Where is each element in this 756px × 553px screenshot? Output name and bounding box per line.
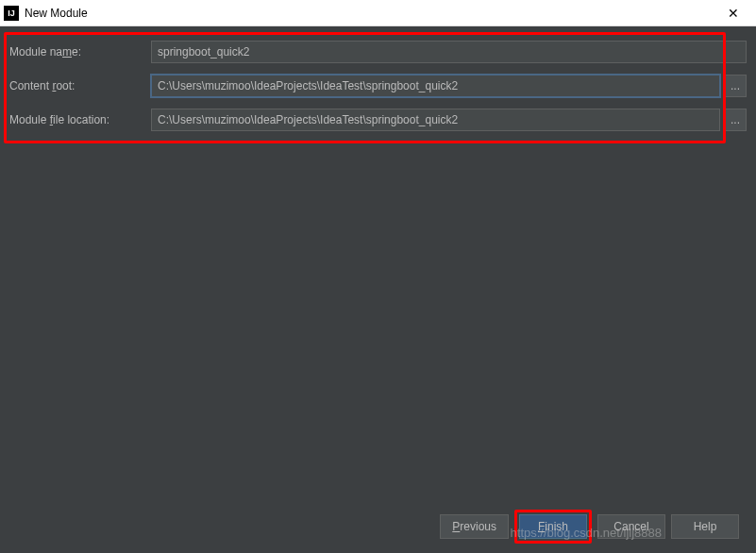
- app-icon: IJ: [4, 6, 19, 21]
- content-root-row: Content root: ...: [9, 74, 747, 98]
- module-file-location-input[interactable]: [151, 109, 720, 131]
- cancel-button[interactable]: Cancel: [597, 514, 665, 539]
- module-file-location-browse-button[interactable]: ...: [724, 109, 747, 131]
- button-bar: Previous Finish Cancel Help: [440, 510, 739, 544]
- finish-highlight: Finish: [514, 510, 592, 544]
- window-title: New Module: [25, 7, 714, 20]
- content-root-input[interactable]: [151, 75, 720, 97]
- module-file-location-label: Module file location:: [9, 113, 151, 126]
- module-name-row: Module name:: [9, 40, 747, 64]
- module-file-location-row: Module file location: ...: [9, 108, 747, 132]
- dialog-content: Module name: Content root: ... Module fi…: [0, 26, 756, 553]
- content-root-browse-button[interactable]: ...: [724, 75, 747, 97]
- module-name-input[interactable]: [151, 41, 747, 63]
- finish-button[interactable]: Finish: [519, 514, 587, 539]
- content-root-label: Content root:: [9, 79, 151, 92]
- help-button[interactable]: Help: [671, 514, 739, 539]
- titlebar: IJ New Module ✕: [0, 0, 756, 26]
- previous-button[interactable]: Previous: [440, 514, 509, 539]
- form-area: Module name: Content root: ... Module fi…: [0, 26, 756, 155]
- close-icon[interactable]: ✕: [714, 1, 752, 25]
- module-name-label: Module name:: [9, 45, 151, 59]
